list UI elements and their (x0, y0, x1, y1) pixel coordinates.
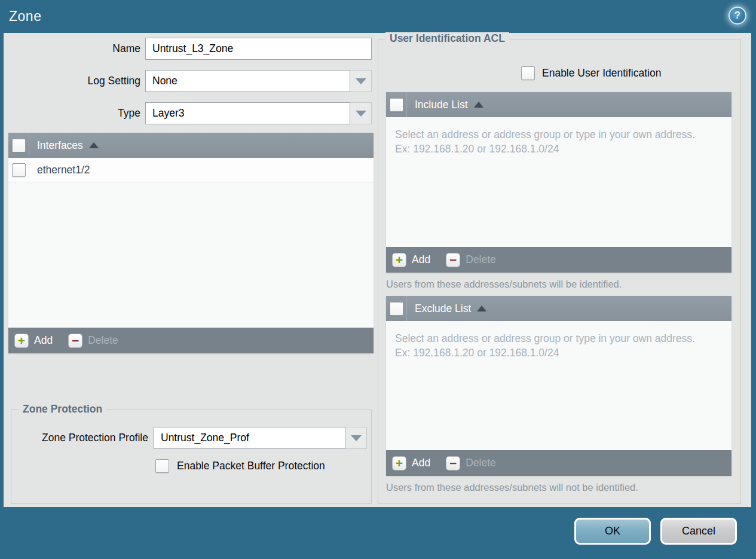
delete-icon: − (68, 334, 82, 348)
include-list-caption: Users from these addresses/subnets will … (386, 279, 622, 290)
type-dropdown-arrow-icon[interactable] (350, 102, 372, 124)
zone-protection-profile-value: Untrust_Zone_Prof (154, 427, 345, 449)
sort-ascending-icon[interactable] (89, 142, 99, 148)
delete-icon: − (446, 253, 460, 267)
enable-user-identification-row: Enable User Identification (521, 66, 661, 80)
delete-icon: − (446, 456, 460, 471)
delete-interface-button[interactable]: − Delete (68, 334, 118, 348)
interfaces-select-all-checkbox[interactable] (12, 139, 26, 152)
zone-protection-profile-dropdown[interactable]: Untrust_Zone_Prof (154, 427, 367, 449)
zone-protection-section: Zone Protection Zone Protection Profile … (11, 410, 372, 504)
exclude-list-caption: Users from these addresses/subnets will … (386, 482, 638, 493)
include-list-table: Include List Select an address or addres… (386, 92, 731, 273)
log-setting-dropdown-arrow-icon[interactable] (350, 70, 372, 92)
add-icon: + (392, 456, 406, 471)
packet-buffer-row: Enable Packet Buffer Protection (155, 459, 325, 473)
include-list-toolbar: + Add − Delete (386, 247, 731, 273)
include-list-header: Include List (386, 92, 731, 117)
log-setting-label: Log Setting (4, 70, 140, 92)
user-identification-section: User Identification ACL Enable User Iden… (378, 39, 741, 504)
help-icon[interactable]: ? (729, 7, 746, 25)
dialog-titlebar: Zone ? (0, 0, 756, 33)
delete-include-button[interactable]: − Delete (446, 253, 496, 267)
interfaces-table-header: Interfaces (8, 133, 374, 158)
interface-name: ethernet1/2 (29, 164, 90, 176)
include-list-body[interactable]: Select an address or address group or ty… (386, 117, 731, 247)
name-value: Untrust_L3_Zone (152, 42, 233, 55)
add-exclude-button[interactable]: + Add (392, 456, 430, 471)
type-label: Type (4, 102, 140, 124)
add-icon: + (392, 253, 406, 267)
exclude-list-header: Exclude List (386, 296, 731, 321)
sort-ascending-icon[interactable] (474, 102, 483, 108)
include-list-placeholder: Select an address or address group or ty… (386, 117, 721, 156)
log-setting-value: None (145, 70, 350, 92)
cancel-button[interactable]: Cancel (660, 518, 737, 545)
name-label: Name (4, 38, 140, 60)
delete-exclude-button[interactable]: − Delete (446, 456, 496, 471)
exclude-list-toolbar: + Add − Delete (386, 450, 731, 476)
zone-protection-profile-label: Zone Protection Profile (11, 427, 148, 449)
interfaces-table-toolbar: + Add − Delete (8, 328, 374, 353)
enable-packet-buffer-protection-checkbox[interactable] (155, 459, 169, 473)
dialog-body: Name Untrust_L3_Zone Log Setting None Ty… (4, 33, 751, 507)
include-list-column-header[interactable]: Include List (415, 99, 468, 111)
interface-row-checkbox[interactable] (12, 163, 26, 177)
exclude-select-all-checkbox[interactable] (390, 302, 403, 316)
enable-user-identification-checkbox[interactable] (521, 66, 535, 80)
type-dropdown[interactable]: Layer3 (145, 102, 372, 124)
add-icon: + (14, 334, 29, 348)
zone-dialog: { "dialog": { "title": "Zone" }, "icons"… (0, 0, 756, 559)
interfaces-table: Interfaces ethernet1/2 + Add − Delete (8, 133, 374, 353)
exclude-list-placeholder: Select an address or address group or ty… (386, 321, 721, 360)
packet-buffer-label: Enable Packet Buffer Protection (177, 460, 325, 472)
sort-ascending-icon[interactable] (477, 306, 486, 311)
zone-protection-profile-dropdown-arrow-icon[interactable] (345, 427, 367, 449)
exclude-list-table: Exclude List Select an address or addres… (386, 296, 731, 476)
name-input[interactable]: Untrust_L3_Zone (145, 38, 372, 60)
exclude-list-column-header[interactable]: Exclude List (415, 303, 471, 315)
enable-user-identification-label: Enable User Identification (542, 67, 661, 80)
zone-protection-legend: Zone Protection (19, 403, 106, 416)
table-row[interactable]: ethernet1/2 (8, 158, 374, 182)
user-identification-legend: User Identification ACL (385, 32, 509, 45)
ok-button[interactable]: OK (574, 518, 651, 545)
interfaces-table-body: ethernet1/2 (8, 158, 374, 328)
interfaces-column-header[interactable]: Interfaces (37, 139, 83, 152)
add-interface-button[interactable]: + Add (14, 334, 53, 348)
dialog-title: Zone (9, 8, 41, 25)
type-value: Layer3 (145, 102, 350, 124)
add-include-button[interactable]: + Add (392, 253, 430, 267)
include-select-all-checkbox[interactable] (390, 98, 403, 112)
exclude-list-body[interactable]: Select an address or address group or ty… (386, 321, 731, 450)
log-setting-dropdown[interactable]: None (145, 70, 372, 92)
